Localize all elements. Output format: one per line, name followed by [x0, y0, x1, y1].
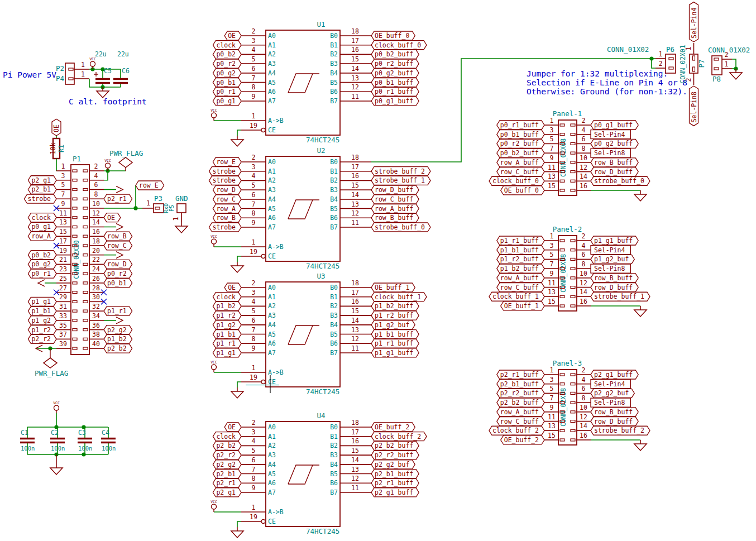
global-label-p0_g2[interactable]: p0_g2	[213, 69, 241, 78]
global-label-p2_g1_buff[interactable]: p2_g1_buff	[371, 488, 419, 497]
buffer-u4[interactable]: U474HCT2452A0OE3A1clock4A2p2_b25A3p2_r26…	[210, 411, 427, 538]
global-label-p0_g1_buff[interactable]: p0_g1_buff	[371, 97, 419, 106]
value-U4[interactable]: 74HCT245	[306, 527, 339, 535]
panel-1-section[interactable]: Panel-1CONN_02X081p0_r1_buff3p0_b1_buff5…	[489, 109, 650, 201]
global-label-row_C_buff[interactable]: row_C_buff	[497, 417, 544, 426]
wire[interactable]	[237, 130, 241, 136]
global-label-row_D_buff[interactable]: row_D_buff	[591, 283, 638, 292]
global-label-OE_buff_1[interactable]: OE_buff_1	[501, 301, 544, 310]
connector-p1-section[interactable]: P1CONN_02X2013p2_g15p2_b17strobe911clock…	[24, 149, 188, 377]
global-label-p0_b1_buff[interactable]: p0_b1_buff	[371, 78, 419, 87]
global-label-p2_g2[interactable]: p2_g2	[213, 460, 241, 469]
global-label-strobe_buff_0[interactable]: strobe_buff_0	[371, 223, 430, 232]
connector-p8-body[interactable]	[712, 56, 722, 75]
value-r1[interactable]: 10k	[49, 143, 57, 155]
pwr-flag-label[interactable]: PWR_FLAG	[35, 369, 68, 377]
global-label-p1_g2_buf[interactable]: p1_g2_buf	[371, 320, 415, 329]
wire[interactable]	[237, 521, 241, 527]
global-label-p1_b1[interactable]: p1_b1	[28, 307, 56, 315]
global-label-row_B_buff[interactable]: row_B_buff	[371, 213, 419, 222]
global-label-row_D_buff[interactable]: row_D_buff	[371, 185, 419, 194]
global-label-Sel-Pin4[interactable]: Sel-Pin4	[591, 130, 630, 139]
global-label-row_B_buff[interactable]: row_B_buff	[591, 408, 638, 416]
global-label-row_D_buff[interactable]: row_D_buff	[591, 417, 638, 426]
value-U2[interactable]: 74HCT245	[306, 262, 339, 270]
global-label-row_B[interactable]: row_B	[104, 232, 132, 241]
ref-p3[interactable]: P3	[154, 194, 162, 203]
global-label-p1_r1[interactable]: p1_r1	[213, 339, 241, 348]
value-p6[interactable]: CONN_01X02	[607, 45, 649, 54]
wire-entry-arrow[interactable]	[116, 252, 123, 258]
global-label-OE_buff_0[interactable]: OE_buff_0	[371, 31, 415, 40]
global-label-Sel-Pin4[interactable]: Sel-Pin4	[591, 246, 630, 255]
pwr-flag-symbol[interactable]	[44, 358, 57, 368]
global-label-p0_r1[interactable]: p0_r1	[213, 87, 241, 96]
ref-c6[interactable]: C6	[122, 67, 130, 75]
note-pi-power[interactable]: Pi Power 5V	[3, 70, 56, 79]
decoupling-caps-section[interactable]: VCCC1100nC2100nC3100nC4100n	[20, 401, 116, 475]
global-label-p0_g1[interactable]: p0_g1	[28, 222, 56, 231]
global-label-OE_buff_0[interactable]: OE_buff_0	[501, 186, 544, 195]
global-label-row_A[interactable]: row_A	[213, 204, 241, 213]
ref-p7[interactable]: P7	[697, 59, 706, 68]
global-label-OE_buff_2[interactable]: OE_buff_2	[371, 423, 415, 432]
global-label-p2_g1_buff[interactable]: p2_g1_buff	[591, 370, 638, 379]
cap-value[interactable]: 100n	[102, 445, 116, 452]
wire-entry-arrow[interactable]	[116, 186, 123, 193]
global-label-p2_r1[interactable]: p2_r1	[213, 478, 241, 487]
schematic-editor-canvas[interactable]: Pi Power 5VP2P411VCC22uC522uC6C alt. foo…	[0, 0, 756, 541]
global-label-p1_r2[interactable]: p1_r2	[28, 325, 56, 334]
global-label-p1_b2[interactable]: p1_b2	[104, 334, 132, 343]
global-label-row_E[interactable]: row_E	[136, 181, 164, 190]
global-label-p0_b2[interactable]: p0_b2	[213, 50, 241, 59]
global-label-p0_b2_buff[interactable]: p0_b2_buff	[497, 149, 544, 157]
global-label-clock_buff_1[interactable]: clock_buff_1	[489, 292, 544, 301]
ref-C2[interactable]: C2	[51, 429, 59, 437]
global-label-p0_r2_buff[interactable]: p0_r2_buff	[371, 59, 419, 68]
global-label-OE_buff_1[interactable]: OE_buff_1	[371, 283, 415, 292]
global-label-row_A[interactable]: row_A	[28, 232, 56, 241]
global-label-p1_g1[interactable]: p1_g1	[28, 297, 56, 306]
value-panel[interactable]: CONN_02X08	[559, 388, 567, 427]
global-label-Sel-Pin8[interactable]: Sel-Pin8	[591, 149, 630, 157]
wire[interactable]	[237, 382, 241, 387]
global-label-p1_r2_buff[interactable]: p1_r2_buff	[497, 255, 544, 264]
ref-C1[interactable]: C1	[21, 429, 28, 437]
global-label-p2_g2_buf[interactable]: p2_g2_buf	[591, 389, 634, 398]
global-label-p0_g2_buff[interactable]: p0_g2_buff	[371, 69, 419, 78]
global-label-p1_b2_buff[interactable]: p1_b2_buff	[371, 301, 419, 310]
global-label-p2_r1[interactable]: p2_r1	[104, 194, 132, 203]
value-U3[interactable]: 74HCT245	[306, 387, 339, 396]
global-label-p2_b1_buff[interactable]: p2_b1_buff	[371, 470, 419, 478]
cap-value[interactable]: 100n	[78, 445, 92, 452]
global-label-Sel-Pin8[interactable]: Sel-Pin8	[591, 398, 630, 407]
global-label-strobe_buff_0[interactable]: strobe_buff_0	[591, 176, 650, 185]
global-label-OE[interactable]: OE	[224, 283, 241, 292]
global-label-row_C_buff[interactable]: row_C_buff	[371, 195, 419, 204]
global-label-p0_b1[interactable]: p0_b1	[104, 279, 132, 288]
panel-2-section[interactable]: Panel-2CONN_02X081p1_r1_buff3p1_b1_buff5…	[489, 225, 650, 317]
global-label-p2_r1_buff[interactable]: p2_r1_buff	[371, 478, 419, 487]
ref-c5[interactable]: C5	[104, 67, 112, 75]
global-label-p1_b1_buff[interactable]: p1_b1_buff	[497, 246, 544, 255]
ref-Panel-1[interactable]: Panel-1	[553, 109, 582, 118]
global-label-p2_b2_buff[interactable]: p2_b2_buff	[371, 441, 419, 450]
global-label-p2_g2[interactable]: p2_g2	[104, 325, 132, 334]
ref-gnd[interactable]: GND	[175, 194, 188, 203]
global-label-row_B_buff[interactable]: row_B_buff	[591, 158, 638, 167]
global-label-p1_b2_buff[interactable]: p1_b2_buff	[497, 264, 544, 273]
global-label-p2_r2[interactable]: p2_r2	[213, 451, 241, 459]
global-label-row_D[interactable]: row_D	[213, 185, 241, 194]
ref-Panel-2[interactable]: Panel-2	[553, 225, 582, 233]
ref-U1[interactable]: U1	[317, 20, 325, 28]
value-U1[interactable]: 74HCT245	[306, 136, 339, 144]
global-label-strobe_buff_2[interactable]: strobe_buff_2	[591, 426, 650, 435]
global-label-p1_r1_buff[interactable]: p1_r1_buff	[497, 236, 544, 245]
global-label-p1_b2[interactable]: p1_b2	[213, 301, 241, 310]
global-label-clock_buff_0[interactable]: clock_buff_0	[371, 41, 427, 50]
global-label-row_D[interactable]: row_D	[104, 260, 132, 269]
schematic-drawing[interactable]: Pi Power 5VP2P411VCC22uC522uC6C alt. foo…	[0, 0, 756, 541]
global-label-p1_g2[interactable]: p1_g2	[28, 316, 56, 325]
ref-U4[interactable]: U4	[317, 411, 325, 420]
global-label-OE[interactable]: OE	[104, 213, 121, 222]
